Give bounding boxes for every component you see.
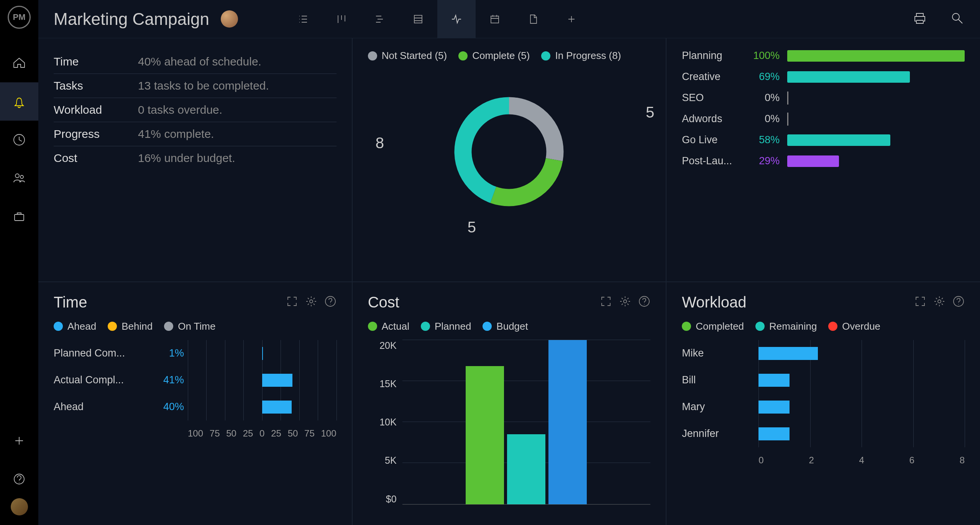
time-row: Planned Com... 1% xyxy=(54,340,337,367)
nav-recent[interactable] xyxy=(0,121,38,159)
svg-point-13 xyxy=(624,300,627,303)
user-avatar[interactable] xyxy=(11,498,28,515)
nav-portfolio[interactable] xyxy=(0,197,38,236)
legend-dot xyxy=(54,322,63,331)
search-button[interactable] xyxy=(950,11,965,27)
phase-row: Planning 100% xyxy=(682,50,965,62)
plus-icon xyxy=(13,435,25,447)
axis-tick: 6 xyxy=(909,455,914,470)
legend-label: In Progress (8) xyxy=(555,50,621,62)
view-files[interactable] xyxy=(514,0,552,38)
print-button[interactable] xyxy=(913,11,927,27)
help-button[interactable] xyxy=(952,295,965,309)
topbar: Marketing Campaign xyxy=(38,0,980,38)
legend-item: Ahead xyxy=(54,321,96,332)
time-bar xyxy=(262,347,263,360)
legend-item: Actual xyxy=(368,321,409,332)
view-list[interactable] xyxy=(284,0,322,38)
view-add[interactable] xyxy=(552,0,591,38)
legend-dot xyxy=(828,322,837,331)
summary-label: Progress xyxy=(54,128,138,141)
legend-dot xyxy=(458,51,468,61)
settings-button[interactable] xyxy=(619,295,631,309)
time-row-label: Actual Compl... xyxy=(54,374,149,386)
home-icon xyxy=(12,56,26,70)
phase-row: Creative 69% xyxy=(682,71,965,83)
legend-label: Remaining xyxy=(769,321,817,332)
clock-icon xyxy=(12,132,26,147)
summary-row: Cost 16% under budget. xyxy=(54,146,337,170)
task-status-donut xyxy=(444,87,574,217)
phase-bar xyxy=(787,50,965,62)
phase-name: Go Live xyxy=(682,134,737,146)
phase-bar-track xyxy=(787,113,965,125)
view-calendar[interactable] xyxy=(476,0,514,38)
phase-name: Planning xyxy=(682,50,737,62)
activity-icon xyxy=(450,13,463,25)
plus-icon xyxy=(565,13,578,25)
cost-panel-title: Cost xyxy=(368,294,399,311)
help-circle-icon xyxy=(952,295,965,307)
svg-rect-3 xyxy=(15,214,24,221)
help-icon xyxy=(13,473,25,485)
summary-row: Time 40% ahead of schedule. xyxy=(54,50,337,74)
phase-row: Post-Lau... 29% xyxy=(682,155,965,167)
nav-add[interactable] xyxy=(0,422,38,460)
view-dashboard[interactable] xyxy=(437,0,476,38)
nav-team[interactable] xyxy=(0,159,38,197)
summary-row: Workload 0 tasks overdue. xyxy=(54,98,337,122)
cost-y-tick: 20K xyxy=(379,340,396,351)
nav-home[interactable] xyxy=(0,44,38,82)
sheet-icon xyxy=(412,13,424,25)
cost-y-tick: 15K xyxy=(379,378,396,389)
legend-label: Budget xyxy=(496,321,528,332)
axis-tick: 0 xyxy=(758,455,763,470)
nav-notifications[interactable] xyxy=(0,82,38,121)
svg-point-1 xyxy=(15,174,19,178)
task-status-panel: Not Started (5) Complete (5) In Progress… xyxy=(353,38,666,281)
workload-row: Jennifer xyxy=(682,420,965,447)
nav-help[interactable] xyxy=(0,460,38,498)
summary-value: 0 tasks overdue. xyxy=(138,103,222,116)
bell-icon xyxy=(12,94,26,109)
workload-bar xyxy=(758,401,790,414)
summary-panel: Time 40% ahead of schedule. Tasks 13 tas… xyxy=(38,38,352,281)
axis-tick: 75 xyxy=(210,428,220,443)
summary-value: 13 tasks to be completed. xyxy=(138,79,269,92)
legend-item: Behind xyxy=(108,321,153,332)
phase-pct: 69% xyxy=(745,71,780,83)
settings-button[interactable] xyxy=(305,295,317,309)
cost-bar xyxy=(466,366,504,504)
view-board[interactable] xyxy=(322,0,361,38)
expand-button[interactable] xyxy=(286,295,298,309)
gantt-icon xyxy=(374,13,386,25)
summary-value: 16% under budget. xyxy=(138,152,235,165)
help-circle-icon xyxy=(638,295,650,307)
view-sheet[interactable] xyxy=(399,0,437,38)
view-gantt[interactable] xyxy=(361,0,399,38)
settings-button[interactable] xyxy=(933,295,946,309)
axis-tick: 25 xyxy=(243,428,253,443)
legend-dot xyxy=(682,322,691,331)
workload-name: Jennifer xyxy=(682,428,758,440)
donut-label-complete: 5 xyxy=(468,219,476,236)
sidebar: PM xyxy=(0,0,38,525)
phase-name: SEO xyxy=(682,92,737,104)
svg-point-2 xyxy=(20,175,23,178)
file-icon xyxy=(527,13,539,25)
expand-button[interactable] xyxy=(914,295,926,309)
help-button[interactable] xyxy=(638,295,650,309)
axis-tick: 25 xyxy=(271,428,281,443)
help-button[interactable] xyxy=(324,295,337,309)
legend-item: Complete (5) xyxy=(458,50,530,62)
expand-button[interactable] xyxy=(600,295,612,309)
briefcase-icon xyxy=(12,209,26,224)
axis-tick: 2 xyxy=(809,455,814,470)
phase-bar-track xyxy=(787,134,965,146)
svg-point-7 xyxy=(952,13,959,20)
phase-bar xyxy=(787,155,839,167)
app-logo[interactable]: PM xyxy=(8,6,31,29)
project-owner-avatar[interactable] xyxy=(221,10,238,28)
legend-item: Planned xyxy=(421,321,471,332)
svg-rect-6 xyxy=(491,16,499,23)
